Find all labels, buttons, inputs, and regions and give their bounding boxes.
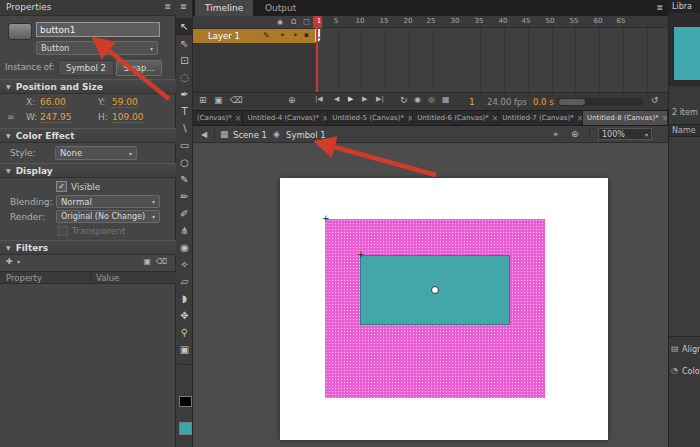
layer-row[interactable]: Layer 1 ✎ • • ▪ [193,29,315,43]
fill-color-swatch[interactable] [179,422,192,435]
text-tool[interactable]: T [176,103,193,120]
timeline-scrollbar-thumb[interactable] [559,99,585,105]
undo-icon[interactable]: ↺ [651,96,659,105]
onion-skin-icon[interactable]: ◉ [414,96,421,104]
paintbrush-tool[interactable]: ✐ [176,205,193,222]
breadcrumb-symbol[interactable]: Symbol 1 [286,130,326,140]
lock-icon[interactable]: Ω [291,18,296,26]
goto-first-frame-button[interactable]: |◀ [315,96,323,103]
step-forward-button[interactable]: ▶ [362,96,367,103]
document-tab[interactable]: Untitled-5 (Canvas)* × [328,111,413,125]
render-dropdown[interactable]: Original (No Change) ▾ [56,210,160,223]
new-folder-icon[interactable]: ▣ [214,96,223,105]
step-back-button[interactable]: ◀ [334,96,339,103]
timeline-toolbar: ⊞ ▣ ⌫ ⊕ |◀ ◀ ▶ ▶ ▶| ↻ ◉ ◎ ▦ 1 24.00 fps … [193,92,668,110]
filter-presets-icon[interactable]: ▣ [143,257,151,266]
document-tab-label: Untitled-7 (Canvas)* [502,114,574,122]
x-value[interactable]: 66.00 [40,97,66,108]
outline-icon[interactable]: □ [303,18,310,26]
free-transform-tool[interactable]: ⊡ [176,52,193,69]
link-width-height-icon[interactable]: ∞ [7,112,15,122]
layer-lock-dot[interactable]: • [293,31,298,40]
new-layer-icon[interactable]: ⊞ [199,96,207,105]
loop-icon[interactable]: ↻ [400,96,408,105]
eraser-tool[interactable]: ▱ [176,273,193,290]
edit-symbols-icon[interactable]: ⌖ [553,129,558,140]
library-name-header[interactable]: Name [669,124,700,137]
add-filter-caret-icon[interactable]: ▾ [17,258,20,265]
zoom-tool[interactable]: ⚲ [176,324,193,341]
timeline-ruler[interactable]: 1 5 10 15 20 25 30 35 40 45 50 55 60 65 [315,16,668,28]
edit-multiple-frames-icon[interactable]: ▦ [442,96,450,104]
stroke-color-swatch[interactable] [179,396,192,407]
oval-tool[interactable]: ○ [176,154,193,171]
delete-layer-icon[interactable]: ⌫ [230,96,243,105]
section-position-and-size[interactable]: ▼ Position and Size [0,79,176,94]
section-display[interactable]: ▼ Display [0,163,176,178]
pencil-tool[interactable]: ✎ [176,171,193,188]
library-tab[interactable]: Libra [669,0,700,13]
subselection-tool[interactable]: ⇖ [176,35,193,52]
play-button[interactable]: ▶ [348,96,353,103]
section-color-effect[interactable]: ▼ Color Effect [0,128,176,143]
eyedropper-tool[interactable]: ✧ [176,256,193,273]
document-tab-label: Untitled-5 (Canvas)* [332,114,404,122]
blending-dropdown[interactable]: Normal ▾ [56,195,160,208]
onion-skin-outline-icon[interactable]: ◎ [428,96,435,104]
library-list-area[interactable] [669,137,700,336]
frame-number: 35 [469,17,489,25]
eye-icon[interactable]: ◉ [277,18,283,26]
rectangle-tool[interactable]: ▭ [176,137,193,154]
instance-name-input[interactable] [36,22,160,37]
timeline-frames-grid[interactable] [315,28,668,92]
zoom-dropdown[interactable]: 100% ▾ [598,128,652,140]
add-filter-icon[interactable]: ✚ [6,257,13,266]
transformation-point[interactable] [431,286,439,294]
pen-tool[interactable]: ✒ [176,86,193,103]
style-dropdown[interactable]: None ▾ [55,146,137,160]
delete-filter-icon[interactable]: ⌫ [156,257,167,266]
stage-canvas[interactable]: + + [280,178,608,440]
goto-last-frame-button[interactable]: ▶| [376,96,384,103]
y-value[interactable]: 59.00 [112,97,138,108]
document-tab-active[interactable]: Untitled-8 (Canvas)* × [583,111,668,125]
color-panel-button[interactable]: ◔ Color [669,364,700,380]
line-tool[interactable]: ∖ [176,120,193,137]
breadcrumb-scene[interactable]: Scene 1 [233,130,267,140]
width-tool[interactable]: ◗ [176,290,193,307]
w-value[interactable]: 247.95 [40,112,72,123]
document-tab[interactable]: Untitled-6 (Canvas)* × [413,111,498,125]
frame-rate-value[interactable]: 24.00 fps [487,97,527,107]
layer-visibility-dot[interactable]: • [280,31,285,40]
tools-panel-menu-icon[interactable]: ≣ [180,2,187,11]
selection-tool[interactable]: ↖ [176,18,193,35]
bone-tool[interactable]: ⋔ [176,222,193,239]
back-icon[interactable]: ◀ [201,130,207,139]
lasso-tool[interactable]: ◌ [176,69,193,86]
tab-output[interactable]: Output [255,0,306,16]
center-frame-icon[interactable]: ⊕ [288,96,296,105]
h-value[interactable]: 109.00 [112,112,144,123]
center-stage-icon[interactable]: ⊕ [571,129,579,139]
layer-outline-square[interactable]: ▪ [304,31,309,39]
paint-bucket-tool[interactable]: ◉ [176,239,193,256]
align-panel-button[interactable]: ▤ Align [669,342,700,358]
section-filters[interactable]: ▼ Filters [0,240,176,255]
document-tab[interactable]: (Canvas)* × [193,111,243,125]
panel-menu-icon[interactable]: ≣ [164,2,171,11]
document-tab[interactable]: Untitled-7 (Canvas)* × [498,111,583,125]
elapsed-time-value[interactable]: 0.0 s [533,97,554,107]
document-tab[interactable]: Untitled-4 (Canvas)* × [243,111,328,125]
hand-tool[interactable]: ✥ [176,307,193,324]
timeline-panel-menu-icon[interactable]: ≣ [656,3,663,12]
swap-button[interactable]: Swap... [116,60,162,76]
brush-tool[interactable]: ✏ [176,188,193,205]
transparent-label: Transparent [72,226,125,236]
symbol-type-dropdown[interactable]: Button ▾ [36,41,158,55]
camera-tool[interactable]: ▣ [176,341,193,358]
close-icon[interactable]: × [235,114,242,123]
timeline-scrollbar[interactable] [557,98,643,106]
current-frame-value[interactable]: 1 [469,97,475,107]
tab-timeline[interactable]: Timeline [195,0,253,16]
visible-checkbox[interactable]: ✓ [56,181,67,192]
